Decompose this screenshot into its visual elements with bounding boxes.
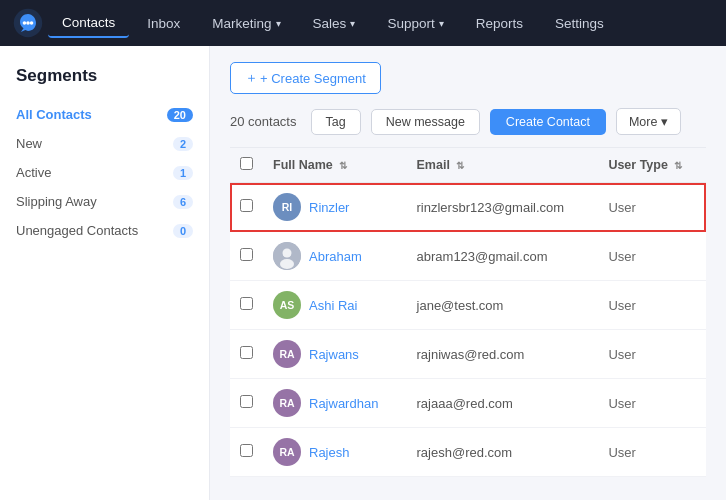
sidebar-item-label: Slipping Away (16, 194, 97, 209)
row-usertype-cell: User (598, 428, 706, 477)
row-fullname-cell: Abraham (263, 232, 407, 281)
sidebar: Segments All Contacts20New2Active1Slippi… (0, 46, 210, 500)
email-sort-icon: ⇅ (456, 160, 464, 171)
row-checkbox[interactable] (240, 395, 253, 408)
svg-point-2 (26, 21, 30, 25)
header-fullname: Full Name ⇅ (263, 148, 407, 183)
table-body: RI Rinzler rinzlersbr123@gmail.com User … (230, 183, 706, 477)
more-button[interactable]: More ▾ (616, 108, 681, 135)
top-navigation: Contacts Inbox Marketing▾ Sales▾ Support… (0, 0, 726, 46)
nav-item-marketing[interactable]: Marketing▾ (198, 10, 294, 37)
row-fullname-cell: RI Rinzler (263, 183, 407, 232)
row-email-cell: rinzlersbr123@gmail.com (407, 183, 599, 232)
sidebar-item-label: Unengaged Contacts (16, 223, 138, 238)
row-fullname-cell: RA Rajwardhan (263, 379, 407, 428)
row-checkbox-cell (230, 428, 263, 477)
nav-item-settings[interactable]: Settings (541, 10, 618, 37)
sidebar-item-slipping-away[interactable]: Slipping Away6 (0, 187, 209, 216)
row-email-cell: jane@test.com (407, 281, 599, 330)
sidebar-items-list: All Contacts20New2Active1Slipping Away6U… (0, 100, 209, 245)
row-checkbox[interactable] (240, 248, 253, 261)
select-all-checkbox[interactable] (240, 157, 253, 170)
create-segment-button[interactable]: ＋ + Create Segment (230, 62, 381, 94)
header-email: Email ⇅ (407, 148, 599, 183)
table-row: RA Rajesh rajesh@red.com User (230, 428, 706, 477)
sidebar-item-label: Active (16, 165, 51, 180)
row-checkbox[interactable] (240, 199, 253, 212)
sales-caret-icon: ▾ (350, 18, 355, 29)
sidebar-item-badge: 0 (173, 224, 193, 238)
contact-name-link[interactable]: Abraham (309, 249, 362, 264)
more-caret-icon: ▾ (661, 114, 668, 129)
sidebar-item-badge: 2 (173, 137, 193, 151)
svg-point-1 (23, 21, 27, 25)
svg-point-6 (280, 259, 294, 269)
row-usertype-cell: User (598, 183, 706, 232)
avatar: RA (273, 389, 301, 417)
row-fullname-cell: RA Rajwans (263, 330, 407, 379)
nav-item-support[interactable]: Support▾ (373, 10, 457, 37)
row-checkbox[interactable] (240, 444, 253, 457)
row-fullname-cell: RA Rajesh (263, 428, 407, 477)
row-email-cell: rajniwas@red.com (407, 330, 599, 379)
avatar: RI (273, 193, 301, 221)
support-caret-icon: ▾ (439, 18, 444, 29)
contacts-table: Full Name ⇅ Email ⇅ User Type ⇅ (230, 147, 706, 477)
table-row: RA Rajwardhan rajaaa@red.com User (230, 379, 706, 428)
nav-item-reports[interactable]: Reports (462, 10, 537, 37)
header-checkbox-cell (230, 148, 263, 183)
contacts-bar: 20 contacts Tag New message Create Conta… (230, 108, 706, 135)
row-usertype-cell: User (598, 379, 706, 428)
create-contact-button[interactable]: Create Contact (490, 109, 606, 135)
table-row: RA Rajwans rajniwas@red.com User (230, 330, 706, 379)
fullname-sort-icon: ⇅ (339, 160, 347, 171)
row-checkbox[interactable] (240, 297, 253, 310)
tag-button[interactable]: Tag (311, 109, 361, 135)
sidebar-item-badge: 20 (167, 108, 193, 122)
header-usertype: User Type ⇅ (598, 148, 706, 183)
sidebar-item-new[interactable]: New2 (0, 129, 209, 158)
row-usertype-cell: User (598, 330, 706, 379)
table-row: Abraham abram123@gmail.com User (230, 232, 706, 281)
avatar (273, 242, 301, 270)
table-header: Full Name ⇅ Email ⇅ User Type ⇅ (230, 148, 706, 183)
contact-name-link[interactable]: Rajwardhan (309, 396, 378, 411)
row-email-cell: rajaaa@red.com (407, 379, 599, 428)
sidebar-item-label: New (16, 136, 42, 151)
avatar: RA (273, 438, 301, 466)
usertype-sort-icon: ⇅ (674, 160, 682, 171)
table-row: AS Ashi Rai jane@test.com User (230, 281, 706, 330)
nav-item-inbox[interactable]: Inbox (133, 10, 194, 37)
row-checkbox-cell (230, 183, 263, 232)
new-message-button[interactable]: New message (371, 109, 480, 135)
row-checkbox-cell (230, 330, 263, 379)
main-toolbar: ＋ + Create Segment (230, 62, 706, 94)
svg-point-3 (30, 21, 34, 25)
row-usertype-cell: User (598, 232, 706, 281)
contact-name-link[interactable]: Ashi Rai (309, 298, 357, 313)
row-usertype-cell: User (598, 281, 706, 330)
row-checkbox-cell (230, 281, 263, 330)
row-checkbox-cell (230, 232, 263, 281)
row-fullname-cell: AS Ashi Rai (263, 281, 407, 330)
avatar: RA (273, 340, 301, 368)
sidebar-item-unengaged-contacts[interactable]: Unengaged Contacts0 (0, 216, 209, 245)
sidebar-item-badge: 1 (173, 166, 193, 180)
nav-item-contacts[interactable]: Contacts (48, 9, 129, 38)
row-checkbox[interactable] (240, 346, 253, 359)
sidebar-title: Segments (0, 66, 209, 100)
nav-item-sales[interactable]: Sales▾ (299, 10, 370, 37)
contact-name-link[interactable]: Rinzler (309, 200, 349, 215)
sidebar-item-active[interactable]: Active1 (0, 158, 209, 187)
marketing-caret-icon: ▾ (276, 18, 281, 29)
contact-name-link[interactable]: Rajwans (309, 347, 359, 362)
row-email-cell: abram123@gmail.com (407, 232, 599, 281)
sidebar-item-all-contacts[interactable]: All Contacts20 (0, 100, 209, 129)
plus-icon: ＋ (245, 69, 258, 87)
page-layout: Segments All Contacts20New2Active1Slippi… (0, 46, 726, 500)
avatar: AS (273, 291, 301, 319)
table-row: RI Rinzler rinzlersbr123@gmail.com User (230, 183, 706, 232)
app-logo (12, 7, 44, 39)
contact-name-link[interactable]: Rajesh (309, 445, 349, 460)
sidebar-item-badge: 6 (173, 195, 193, 209)
